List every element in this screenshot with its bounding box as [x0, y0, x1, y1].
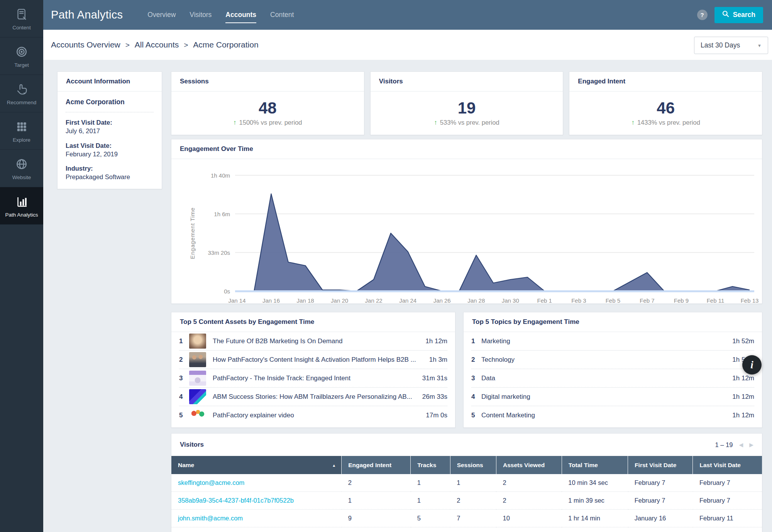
metric-value: 48: [259, 100, 277, 116]
visitor-name-link[interactable]: skeffington@acme.com: [171, 474, 342, 492]
tab-visitors[interactable]: Visitors: [190, 0, 212, 30]
target-icon: [13, 44, 30, 60]
list-item-rank: 1: [179, 337, 189, 345]
card-title: Top 5 Topics by Engagement Time: [464, 312, 762, 332]
list-item-label: PathFactory - The Inside Track: Engaged …: [213, 374, 418, 382]
svg-text:33m 20s: 33m 20s: [208, 249, 230, 256]
svg-text:Jan 18: Jan 18: [297, 297, 314, 304]
column-header-assets-viewed[interactable]: Assets Viewed: [496, 456, 562, 474]
table-cell: January 16: [628, 510, 693, 527]
visitor-name-link[interactable]: 3ab9811c-caa5-4bcc-9f0c-7686a3a1f9e7: [171, 527, 342, 532]
column-header-engaged-intent[interactable]: Engaged Intent: [342, 456, 411, 474]
card-title: Top 5 Content Assets by Engagement Time: [171, 312, 455, 332]
column-header-sessions[interactable]: Sessions: [450, 456, 496, 474]
column-header-label: Sessions: [457, 462, 483, 468]
table-cell: 10: [496, 510, 562, 527]
column-header-total-time[interactable]: Total Time: [562, 456, 628, 474]
pagination-next-icon[interactable]: [749, 442, 753, 448]
card-title: Account Information: [58, 72, 162, 91]
list-item: 5PathFactory explainer video17m 0s: [179, 406, 447, 424]
visitor-name-link[interactable]: john.smith@acme.com: [171, 510, 342, 527]
metric-change: 1433% vs prev. period: [631, 119, 700, 127]
table-cell: February 11: [693, 510, 762, 527]
top-assets-card: Top 5 Content Assets by Engagement Time …: [171, 312, 455, 428]
question-mark-icon: ?: [701, 12, 704, 18]
sidebar-item-path-analytics[interactable]: Path Analytics: [0, 187, 43, 225]
visitor-name-link[interactable]: 358ab9a9-35c4-4237-bf4f-01c7b7f0522b: [171, 492, 342, 510]
content-thumbnail: [189, 371, 206, 386]
nav-right: ? Search: [697, 7, 772, 23]
metric-change-text: 1433% vs prev. period: [637, 119, 700, 126]
list-item: 4ABM Success Stories: How ABM Trailblaze…: [179, 388, 447, 406]
tab-overview[interactable]: Overview: [147, 0, 176, 30]
content-thumbnail: [189, 334, 206, 349]
bar-chart-icon: [13, 194, 30, 210]
sidebar-item-label: Explore: [13, 137, 30, 143]
metric-change-text: 533% vs prev. period: [440, 119, 499, 126]
sidebar-item-label: Recommend: [7, 100, 37, 105]
metric-card-visitors: Visitors19533% vs prev. period: [370, 71, 564, 135]
table-cell: February 7: [628, 492, 693, 510]
column-header-last-visit-date[interactable]: Last Visit Date: [693, 456, 762, 474]
tab-content[interactable]: Content: [270, 0, 294, 30]
table-cell: 9: [342, 510, 411, 527]
sidebar-item-label: Path Analytics: [5, 212, 38, 218]
info-fab[interactable]: i: [742, 355, 762, 374]
breadcrumb-item-all-accounts[interactable]: All Accounts: [135, 40, 179, 49]
column-header-first-visit-date[interactable]: First Visit Date: [628, 456, 693, 474]
list-item-label: How PathFactory's Content Insight & Acti…: [213, 356, 425, 364]
tab-accounts[interactable]: Accounts: [225, 0, 256, 30]
list-item: 2How PathFactory's Content Insight & Act…: [179, 351, 447, 369]
account-field-label: First Visit Date:: [66, 118, 154, 127]
column-header-label: Engaged Intent: [348, 462, 391, 468]
nav-tabs: OverviewVisitorsAccountsContent: [134, 0, 294, 30]
list-item-label: Digital marketing: [481, 393, 728, 401]
list-item-value: 1h 12m: [732, 374, 754, 382]
help-button[interactable]: ?: [697, 10, 708, 20]
sidebar-item-website[interactable]: Website: [0, 150, 43, 187]
sidebar-item-recommend[interactable]: Recommend: [0, 75, 43, 112]
list-item-rank: 2: [471, 356, 481, 364]
list-item-value: 1h 52m: [732, 337, 754, 345]
list-item-rank: 2: [179, 356, 189, 364]
info-icon: i: [750, 359, 753, 371]
table-cell: 2: [342, 474, 411, 492]
table-cell: 1 min 39 sec: [562, 492, 628, 510]
svg-text:Jan 14: Jan 14: [228, 297, 245, 304]
date-range-select[interactable]: Last 30 Days: [694, 37, 768, 54]
list-item: 1Marketing1h 52m: [471, 332, 754, 351]
list-item-rank: 4: [471, 393, 481, 401]
svg-text:Feb 13: Feb 13: [741, 297, 759, 304]
table-cell: February 7: [693, 492, 762, 510]
list-item-rank: 4: [179, 393, 189, 401]
sidebar-item-target[interactable]: Target: [0, 37, 43, 75]
sidebar-item-explore[interactable]: Explore: [0, 112, 43, 150]
engagement-chart-card: Engagement Over Time 0s33m 20s1h 6m1h 40…: [171, 139, 762, 304]
svg-text:Jan 30: Jan 30: [502, 297, 519, 304]
sidebar-item-content[interactable]: Content: [0, 0, 43, 37]
table-cell: 1: [411, 492, 450, 510]
breadcrumb-item-accounts-overview[interactable]: Accounts Overview: [51, 40, 120, 49]
column-header-label: Name: [178, 462, 194, 468]
list-item-label: Technology: [481, 356, 728, 364]
account-field-value: July 6, 2017: [66, 127, 154, 135]
column-header-name[interactable]: Name: [171, 456, 342, 474]
recommend-hand-icon: [13, 82, 30, 97]
table-cell: 2: [450, 492, 496, 510]
svg-text:Jan 28: Jan 28: [467, 297, 485, 304]
pagination-prev-icon[interactable]: [739, 442, 743, 448]
breadcrumb-separator-icon: [125, 40, 130, 49]
column-header-label: Tracks: [417, 462, 436, 468]
search-button[interactable]: Search: [714, 7, 763, 23]
list-item-rank: 3: [471, 374, 481, 382]
sort-asc-icon: [332, 463, 336, 467]
account-info-body: Acme Corporation First Visit Date:July 6…: [58, 91, 162, 194]
svg-text:0s: 0s: [224, 288, 230, 295]
list-item-label: Data: [481, 374, 728, 382]
metric-card-title: Engaged Intent: [569, 72, 762, 91]
list-item-label: Marketing: [481, 337, 728, 345]
svg-text:Jan 20: Jan 20: [331, 297, 348, 304]
table-row: 358ab9a9-35c4-4237-bf4f-01c7b7f0522b1122…: [171, 492, 762, 510]
metric-card-body: 461433% vs prev. period: [569, 91, 762, 135]
column-header-tracks[interactable]: Tracks: [411, 456, 450, 474]
